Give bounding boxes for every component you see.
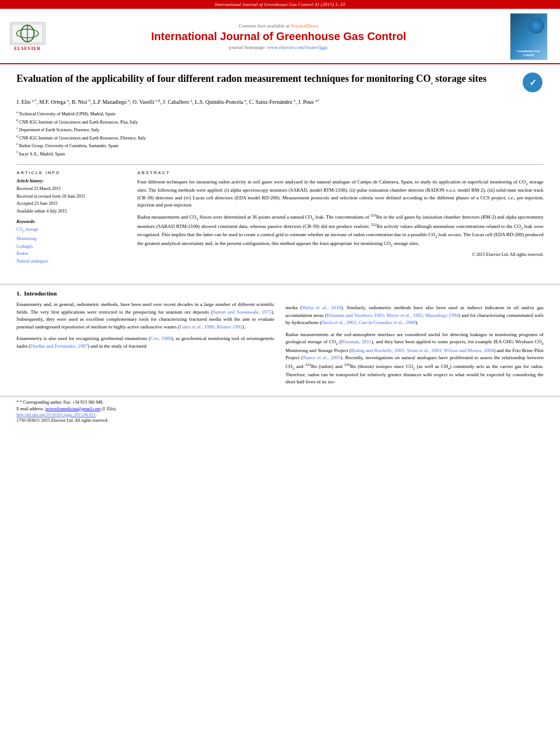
ref-riding[interactable]: Riding and Rochelle, 2005; Strutt et al.… bbox=[351, 348, 494, 353]
crossmark-circle: ✓ bbox=[523, 72, 542, 92]
intro-heading: 1. Introduction bbox=[16, 290, 275, 297]
cover-circle-graphic bbox=[529, 18, 544, 34]
introduction-section: 1. Introduction Emanometry and, in gener… bbox=[0, 290, 560, 390]
affiliations: a Technical University of Madrid (UPM), … bbox=[16, 110, 544, 158]
accepted-date: Accepted 23 June 2015 bbox=[16, 201, 58, 206]
article-content: Evaluation of the applicability of four … bbox=[0, 64, 560, 278]
journal-homepage: journal homepage: www.elsevier.com/locat… bbox=[49, 44, 508, 50]
ref-klusman2011[interactable]: Klusman, 2011 bbox=[341, 339, 371, 344]
journal-title: International Journal of Greenhouse Gas … bbox=[49, 30, 508, 43]
doi-link[interactable]: http://dx.doi.org/10.1016/j.ijggc.2015.0… bbox=[16, 412, 544, 417]
journal-center: Contents lists available at ScienceDirec… bbox=[49, 23, 508, 50]
issn-text: 1750-5836/© 2015 Elsevier Ltd. All right… bbox=[16, 417, 544, 424]
ref-duenas[interactable]: Dueñas and Fernández, 1987 bbox=[30, 343, 87, 349]
abstract-column: ABSTRACT Four different techniques for m… bbox=[137, 170, 544, 265]
ref-klusman1983[interactable]: Klusman and Voorhees 1983; Morse et al.,… bbox=[327, 313, 458, 318]
keyword-leakages: Leakages bbox=[16, 243, 126, 250]
keyword-monitoring: Monitoring bbox=[16, 235, 126, 243]
ref-walia[interactable]: Walia et al., 2010 bbox=[302, 305, 341, 310]
article-info-column: ARTICLE INFO Article history: Received 2… bbox=[16, 170, 126, 265]
footnote-email-line: E-mail address: javiereliomedicina@gmail… bbox=[16, 406, 544, 412]
keywords-section: Keywords: CO2 storage Monitoring Leakage… bbox=[16, 219, 126, 265]
ref-nance[interactable]: Nance et al., 2005 bbox=[303, 355, 340, 360]
elsevier-logo-img bbox=[10, 22, 46, 45]
abstract-text: Four different techniques for measuring … bbox=[137, 178, 544, 258]
journal-header: ELSEVIER Contents lists available at Sci… bbox=[0, 9, 560, 64]
citation-text: International Journal of Greenhouse Gas … bbox=[215, 2, 345, 7]
ref-davis[interactable]: Davis et al., 2002; García-González et a… bbox=[321, 320, 415, 325]
journal-cover-image: Greenhouse Gas Control bbox=[510, 13, 547, 60]
copyright-text: © 2015 Elsevier Ltd. All rights reserved… bbox=[137, 252, 544, 258]
section-divider bbox=[0, 284, 560, 284]
page: International Journal of Greenhouse Gas … bbox=[0, 0, 560, 742]
homepage-link[interactable]: www.elsevier.com/locate/ijggc bbox=[267, 44, 328, 50]
intro-body-left: Emanometry and, in general, radiometric … bbox=[16, 301, 275, 350]
footnote-section: * * Corresponding author. Fax: +34 913 3… bbox=[0, 396, 560, 424]
article-title-section: Evaluation of the applicability of four … bbox=[16, 72, 544, 93]
available-date: Available online 4 July 2015 bbox=[16, 209, 67, 214]
sciencedirect-link: Contents lists available at ScienceDirec… bbox=[49, 23, 508, 29]
email-who: (J. Elío). bbox=[102, 406, 117, 411]
ref-cox[interactable]: Cox, 1980 bbox=[150, 336, 171, 341]
article-info-abstract: ARTICLE INFO Article history: Received 2… bbox=[16, 164, 544, 265]
body-column-right: media (Walia et al., 2010). Similarly, r… bbox=[285, 290, 544, 390]
crossmark-icon[interactable]: ✓ bbox=[523, 72, 544, 93]
body-column-left: 1. Introduction Emanometry and, in gener… bbox=[16, 290, 275, 390]
intro-para-3: media (Walia et al., 2010). Similarly, r… bbox=[285, 304, 544, 327]
sciencedirect-anchor[interactable]: ScienceDirect bbox=[291, 23, 318, 29]
ref-gates[interactable]: Gates et al., 1990; Reimer 1992 bbox=[180, 324, 242, 330]
article-history-label: Article history: bbox=[16, 178, 126, 183]
intro-para-1: Emanometry and, in general, radiometric … bbox=[16, 301, 275, 331]
keywords-label: Keywords: bbox=[16, 219, 126, 224]
journal-citation-bar: International Journal of Greenhouse Gas … bbox=[0, 0, 560, 9]
revised-date: Received in revised form 18 June 2015 bbox=[16, 194, 85, 199]
authors-line: J. Elío a,*, M.F. Ortega a, B. Nisi b, L… bbox=[16, 98, 544, 107]
journal-cover: Greenhouse Gas Control bbox=[508, 13, 549, 60]
keyword-co2-storage: CO2 storage bbox=[16, 226, 126, 235]
received-date: Received 23 March 2015 bbox=[16, 186, 61, 191]
abstract-label: ABSTRACT bbox=[137, 170, 544, 175]
footnote-corresponding: * * Corresponding author. Fax: +34 913 3… bbox=[16, 399, 544, 406]
elsevier-label: ELSEVIER bbox=[14, 46, 41, 51]
article-title: Evaluation of the applicability of four … bbox=[16, 72, 517, 86]
keyword-natural-analogues: Natural analogues bbox=[16, 258, 126, 265]
intro-para-2: Emanometry is also used for recognizing … bbox=[16, 335, 275, 350]
keyword-radon: Radon bbox=[16, 250, 126, 258]
intro-para-4: Radon measurements at the soil-atmospher… bbox=[285, 331, 544, 386]
article-info-label: ARTICLE INFO bbox=[16, 170, 126, 175]
abstract-para-2: Radon measurements and CO2 fluxes were d… bbox=[137, 213, 544, 248]
abstract-para-1: Four different techniques for measuring … bbox=[137, 178, 544, 209]
footnote-corresponding-text: * Corresponding author. Fax: +34 913 366… bbox=[20, 400, 103, 405]
intro-body-right: media (Walia et al., 2010). Similarly, r… bbox=[285, 304, 544, 386]
elsevier-logo-section: ELSEVIER bbox=[5, 22, 49, 51]
ref-sutton[interactable]: Sutton and Soonawala, 1975 bbox=[212, 309, 271, 315]
email-label: E-mail address: bbox=[16, 406, 44, 411]
cover-title-text: Greenhouse Gas Control bbox=[513, 49, 545, 57]
email-link[interactable]: javiereliomedicina@gmail.com bbox=[45, 406, 100, 411]
article-dates: Received 23 March 2015 Received in revis… bbox=[16, 185, 126, 215]
